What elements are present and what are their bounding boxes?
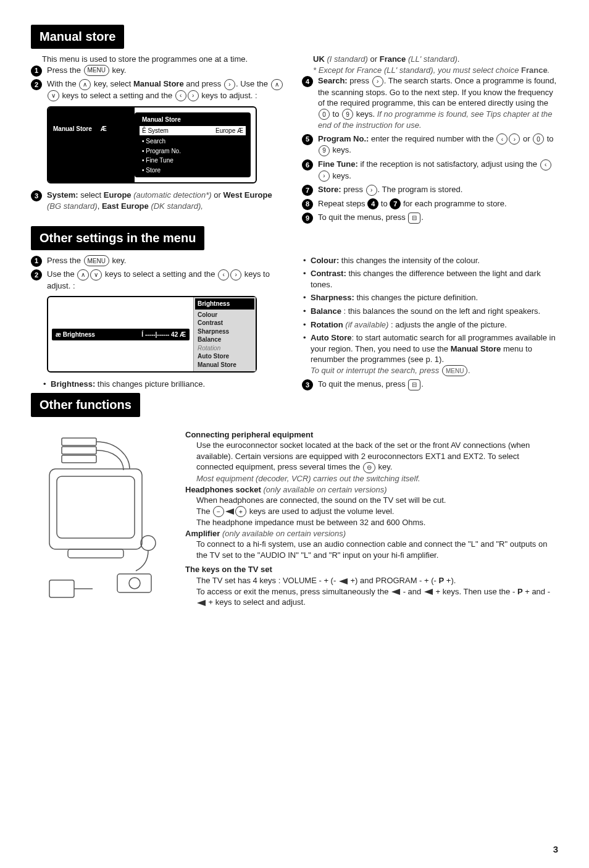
kp2c: + keys. Then use the -	[433, 587, 517, 596]
manual-store-left-col: This menu is used to store the programme…	[31, 54, 287, 226]
s3b: select	[78, 190, 104, 200]
kp1c: +).	[444, 576, 456, 585]
step-3: 3 System: select Europe (automatic detec…	[31, 190, 287, 211]
manual-store-right-col: UK (I standard) or France (LL' standard)…	[302, 54, 558, 226]
stepnum-6: 6	[302, 159, 313, 171]
step-1-post: key.	[110, 65, 127, 75]
key-9-icon-2: 9	[319, 145, 330, 156]
menu-left-label: Manual Store	[53, 125, 92, 132]
key-9-icon: 9	[342, 109, 353, 120]
s2a: With the	[47, 79, 78, 88]
step-8: 8 Repeat steps 4 to 7 for each programme…	[302, 198, 558, 210]
up-key-icon-2: ∧	[271, 79, 283, 90]
volume-icon-2	[339, 578, 348, 584]
s3bold5: France	[380, 54, 406, 64]
minus-key-icon: −	[213, 506, 224, 517]
s6b: if the reception is not satisfactory, ad…	[358, 159, 540, 169]
menu-row: • Search	[140, 137, 246, 146]
right-key-icon-4: ›	[509, 133, 520, 145]
os-step3-list: 3 To quit the menus, press ⊟.	[302, 379, 558, 390]
stepnum-2: 2	[31, 79, 42, 90]
right-key-icon-3: ›	[372, 76, 383, 87]
section-title-other-settings: Other settings in the menu	[31, 226, 204, 250]
stepnum-3: 3	[31, 190, 42, 201]
section-title-manual-store: Manual store	[31, 25, 124, 49]
s6c: keys.	[330, 171, 351, 180]
bl-rotation: Rotation	[311, 320, 343, 329]
right-key-icon-5: ›	[319, 171, 330, 182]
svg-rect-2	[68, 549, 123, 558]
tv-illustration	[31, 426, 173, 611]
headphones-ital: (only available on certain versions)	[261, 485, 387, 494]
menu-item-active: Brightness	[195, 298, 254, 310]
manual-store-steps-right: 4 Search: press ›. The search starts. On…	[302, 75, 558, 224]
menu-row: • Program No.	[140, 146, 246, 156]
step-5: 5 Program No.: enter the required number…	[302, 133, 558, 156]
manual-store-columns: This menu is used to store the programme…	[31, 54, 558, 226]
os-stepnum-1: 1	[31, 256, 42, 267]
s3d: or	[212, 190, 223, 200]
bi-autostore: To quit or interrupt the search, press	[311, 366, 441, 375]
svg-rect-7	[117, 574, 151, 592]
stepnum-5: 5	[302, 134, 313, 145]
bl-brightness: Brightness:	[51, 379, 95, 389]
s2-bold: Manual Store	[133, 79, 184, 88]
bb-autostore: Manual Store	[451, 344, 501, 353]
bl-autostore: Auto Store	[311, 333, 351, 342]
bullet-colour: Colour: this changes the intensity of th…	[302, 255, 558, 266]
volume-icon-4	[424, 589, 433, 595]
menu-item-dim: Rotation	[198, 344, 252, 353]
brightness-slider: æ Brightness Í -----|------ 42 Æ	[52, 329, 190, 341]
tv-svg-icon	[31, 426, 173, 611]
menu-item: Balance	[198, 335, 252, 344]
bl-colour: Colour:	[311, 256, 339, 265]
volume-icon-3	[391, 589, 400, 595]
amp-body: To connect to a hi-fi system, use an aud…	[185, 539, 558, 560]
right-key-icon: ›	[224, 79, 235, 90]
inline-step-4: 4	[367, 198, 378, 209]
s3i1: (automatic detection*)	[133, 190, 211, 200]
os1b: key.	[110, 256, 127, 265]
step-6: 6 Fine Tune: if the reception is not sat…	[302, 159, 558, 182]
s4d: to	[330, 109, 341, 119]
menu-row: • Store	[140, 166, 246, 175]
bi-rotation: (if available)	[343, 320, 391, 329]
step3-cont: UK (I standard) or France (LL' standard)…	[302, 54, 558, 75]
volume-icon-5	[197, 600, 206, 606]
os2a: Use the	[47, 269, 77, 279]
bl-contrast: Contrast:	[311, 269, 346, 278]
bt-rotation: : adjusts the angle of the picture.	[391, 320, 507, 329]
key-0-icon: 0	[319, 109, 330, 120]
step-1-pre: Press the	[47, 65, 83, 75]
s3i2: (BG standard)	[47, 201, 98, 211]
connecting-head: Connecting peripheral equipment	[185, 429, 558, 440]
s2e: keys to select a setting and the	[60, 91, 175, 100]
kp1b: +) and PROGRAM - + (-	[348, 576, 439, 585]
other-functions-row: Connecting peripheral equipment Use the …	[31, 426, 558, 611]
left-key-icon-4: ‹	[218, 269, 229, 280]
other-functions-text: Connecting peripheral equipment Use the …	[185, 426, 558, 611]
picture-menu-screenshot: æ Brightness Í -----|------ 42 Æ Brightn…	[47, 296, 257, 373]
s3bold2: West Europe	[223, 190, 272, 200]
keys-body: The TV set has 4 keys : VOLUME - + (- +)…	[185, 575, 558, 608]
os-stepnum-2: 2	[31, 269, 42, 280]
s3a: System:	[47, 190, 78, 200]
s2b: key, select	[91, 79, 133, 88]
amp-ital: (only available on certain versions)	[220, 529, 346, 538]
menu-key-icon-2: MENU	[84, 255, 109, 266]
step-4: 4 Search: press ›. The search starts. On…	[302, 75, 558, 131]
s8b: to	[378, 199, 390, 208]
step-7: 7 Store: press ›. The program is stored.	[302, 184, 558, 196]
hp-p2b: keys are used to adjust the volume level…	[247, 507, 394, 516]
os1a: Press the	[47, 256, 83, 265]
bullet-contrast: Contrast: this changes the difference be…	[302, 268, 558, 290]
svg-rect-4	[62, 447, 96, 454]
svg-rect-0	[49, 469, 142, 549]
headphones-head: Headphones socket	[185, 485, 261, 494]
down-key-icon-2: ∨	[90, 269, 102, 280]
s9b: .	[421, 213, 424, 222]
up-key-icon-3: ∧	[77, 269, 89, 280]
left-key-icon: ‹	[175, 90, 186, 101]
menu-row: • Fine Tune	[140, 156, 246, 166]
svg-point-8	[129, 578, 140, 589]
